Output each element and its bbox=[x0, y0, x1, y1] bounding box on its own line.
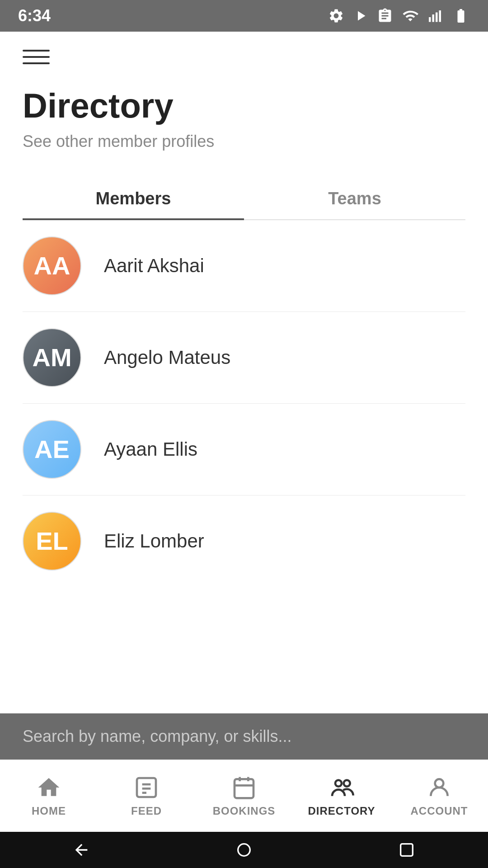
play-icon bbox=[352, 8, 369, 24]
clipboard-icon bbox=[377, 8, 393, 24]
svg-rect-8 bbox=[235, 779, 253, 798]
nav-item-account[interactable]: ACCOUNT bbox=[390, 760, 488, 832]
list-item[interactable]: AA Aarit Akshai bbox=[23, 220, 465, 312]
list-item[interactable]: AE Ayaan Ellis bbox=[23, 404, 465, 495]
page-title: Directory bbox=[23, 87, 465, 125]
home-button[interactable] bbox=[233, 839, 255, 861]
avatar: AE bbox=[23, 420, 81, 479]
recents-button[interactable] bbox=[395, 839, 418, 861]
main-content: Directory See other member profiles Memb… bbox=[0, 32, 488, 832]
hamburger-menu[interactable] bbox=[23, 50, 50, 64]
member-name: Eliz Lomber bbox=[104, 530, 204, 552]
home-icon bbox=[36, 775, 61, 800]
bottom-nav: HOME FEED BOOKINGS bbox=[0, 760, 488, 832]
list-item[interactable]: AM Angelo Mateus bbox=[23, 312, 465, 404]
battery-icon bbox=[452, 8, 470, 24]
svg-rect-1 bbox=[432, 14, 435, 22]
nav-item-feed[interactable]: FEED bbox=[98, 760, 195, 832]
member-list: AA Aarit Akshai AM Angelo Mateus AE Ayaa… bbox=[0, 220, 488, 713]
account-icon bbox=[427, 775, 452, 800]
svg-rect-0 bbox=[429, 17, 431, 22]
nav-item-bookings[interactable]: BOOKINGS bbox=[195, 760, 293, 832]
status-bar: 6:34 bbox=[0, 0, 488, 32]
member-name: Angelo Mateus bbox=[104, 347, 230, 368]
svg-rect-2 bbox=[436, 13, 438, 22]
status-icons bbox=[328, 8, 470, 24]
back-button[interactable] bbox=[70, 839, 93, 861]
tab-bar: Members Teams bbox=[23, 178, 465, 220]
nav-label-bookings: BOOKINGS bbox=[213, 805, 276, 817]
bookings-icon bbox=[231, 775, 257, 800]
gear-icon bbox=[328, 8, 344, 24]
nav-item-home[interactable]: HOME bbox=[0, 760, 98, 832]
svg-point-18 bbox=[344, 780, 350, 786]
nav-label-account: ACCOUNT bbox=[411, 805, 468, 817]
avatar: AA bbox=[23, 236, 81, 295]
signal-icon bbox=[427, 8, 444, 24]
nav-label-feed: FEED bbox=[131, 805, 162, 817]
android-nav-bar bbox=[0, 832, 488, 868]
wifi-icon bbox=[401, 8, 419, 24]
svg-point-20 bbox=[238, 844, 250, 856]
svg-rect-21 bbox=[401, 844, 413, 856]
svg-point-19 bbox=[435, 779, 444, 788]
nav-label-home: HOME bbox=[32, 805, 66, 817]
member-name: Ayaan Ellis bbox=[104, 439, 197, 460]
svg-rect-3 bbox=[439, 10, 441, 22]
member-name: Aarit Akshai bbox=[104, 255, 204, 277]
tab-teams[interactable]: Teams bbox=[244, 178, 465, 219]
nav-item-directory[interactable]: DIRECTORY bbox=[293, 760, 390, 832]
avatar: AM bbox=[23, 328, 81, 387]
nav-label-directory: DIRECTORY bbox=[308, 805, 375, 817]
page-header: Directory See other member profiles bbox=[0, 32, 488, 178]
feed-icon bbox=[134, 775, 159, 800]
svg-point-17 bbox=[335, 780, 342, 786]
status-time: 6:34 bbox=[18, 6, 51, 25]
tab-members[interactable]: Members bbox=[23, 178, 244, 219]
search-bar bbox=[0, 713, 488, 760]
list-item[interactable]: EL Eliz Lomber bbox=[23, 495, 465, 587]
avatar: EL bbox=[23, 512, 81, 571]
directory-icon bbox=[329, 775, 354, 800]
search-input[interactable] bbox=[23, 727, 465, 746]
page-subtitle: See other member profiles bbox=[23, 132, 465, 151]
